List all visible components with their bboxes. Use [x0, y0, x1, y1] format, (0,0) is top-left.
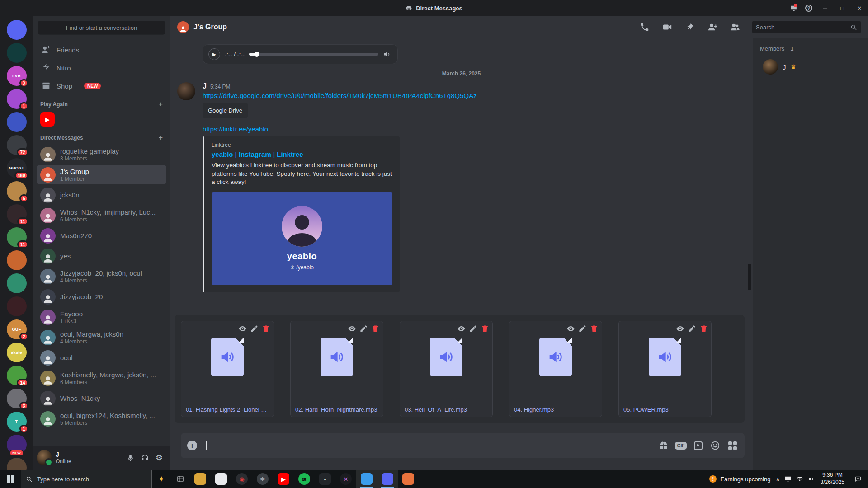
dm-item[interactable]: Jizzyjacob_20, jcks0n, ocul 4 Members	[37, 267, 166, 286]
dm-item[interactable]: yes	[37, 246, 166, 266]
start-button[interactable]	[0, 470, 21, 488]
chat-scrollbar-thumb[interactable]	[748, 264, 751, 290]
voice-call-button[interactable]	[639, 22, 650, 33]
dm-item[interactable]: Mas0n270	[37, 226, 166, 245]
find-conversation-button[interactable]: Find or start a conversation	[38, 21, 165, 34]
sidebar-item-friends[interactable]: Friends	[37, 41, 166, 59]
pinned-messages-button[interactable]	[684, 22, 695, 33]
embed-image[interactable]: yeablo ✳ /yeablo	[212, 192, 392, 285]
member-list-toggle[interactable]	[730, 22, 741, 33]
spoiler-eye-icon[interactable]	[457, 324, 466, 333]
minimize-button[interactable]: ─	[816, 0, 834, 16]
taskbar-app[interactable]	[398, 470, 419, 488]
server-icon[interactable]	[7, 273, 27, 293]
server-icon[interactable]: 72	[7, 135, 27, 155]
server-icon[interactable]: 11	[7, 227, 27, 247]
server-icon[interactable]	[7, 250, 27, 270]
message-author-avatar[interactable]	[177, 82, 195, 100]
server-icon[interactable]: T 1	[7, 412, 27, 432]
create-dm-plus-icon[interactable]: +	[159, 134, 163, 142]
dm-item[interactable]: J's Group 1 Member	[37, 165, 166, 184]
server-icon[interactable]: 11	[7, 204, 27, 224]
dm-item[interactable]: ocul, bigrex124, Koshismelly, ... 5 Memb…	[37, 409, 166, 428]
gif-picker-button[interactable]: GIF	[675, 440, 687, 451]
taskbar-app[interactable]	[190, 470, 211, 488]
update-inbox-icon[interactable]	[786, 0, 801, 16]
taskbar-app[interactable]: ✕	[335, 470, 356, 488]
sidebar-item-nitro[interactable]: Nitro	[37, 59, 166, 77]
spoiler-eye-icon[interactable]	[676, 324, 684, 333]
edit-pencil-icon[interactable]	[469, 324, 477, 333]
volume-icon[interactable]	[383, 50, 392, 59]
dm-item[interactable]: ocul	[37, 348, 166, 367]
taskbar-clock[interactable]: 9:36 PM 3/26/2025	[821, 472, 844, 486]
file-name-link[interactable]: 01. Flashing Lights 2 -Lionel Sco...	[186, 406, 270, 413]
help-icon[interactable]: ?	[801, 0, 816, 16]
server-icon[interactable]	[7, 112, 27, 132]
dm-item[interactable]: Whos_N1cky	[37, 389, 166, 408]
earnings-notification[interactable]: ! Earnings upcoming	[709, 475, 770, 483]
file-name-link[interactable]: 04. Higher.mp3	[514, 406, 598, 413]
video-call-button[interactable]	[662, 22, 673, 33]
server-icon[interactable]	[7, 296, 27, 316]
server-icon[interactable]: 14	[7, 366, 27, 385]
server-icon[interactable]: 1	[7, 89, 27, 109]
delete-trash-icon[interactable]	[371, 324, 380, 333]
task-view-button[interactable]	[171, 470, 190, 488]
linktree-link[interactable]: https://linktr.ee/yeablo	[203, 125, 268, 133]
dm-item[interactable]: Whos_N1cky, jimjimparty, Luc... 6 Member…	[37, 206, 166, 225]
member-item[interactable]: J ♛	[760, 57, 864, 76]
server-icon[interactable]: GHOST 480	[7, 158, 27, 178]
server-icon[interactable]: NEW	[7, 435, 27, 455]
play-button[interactable]: ▶	[208, 48, 220, 60]
edit-pencil-icon[interactable]	[250, 324, 259, 333]
seek-bar[interactable]	[249, 53, 378, 56]
close-button[interactable]: ✕	[851, 0, 868, 16]
spoiler-eye-icon[interactable]	[566, 324, 575, 333]
delete-trash-icon[interactable]	[699, 324, 708, 333]
attach-plus-icon[interactable]: +	[187, 441, 197, 450]
dm-item[interactable]: ocul, Margwa, jcks0n 4 Members	[37, 328, 166, 347]
taskbar-app[interactable]: ≋	[294, 470, 315, 488]
dm-item[interactable]: Koshismelly, Margwa, jcks0n, ... 6 Membe…	[37, 368, 166, 388]
server-icon[interactable]: 5	[7, 181, 27, 201]
message-input[interactable]: + GIF	[181, 433, 745, 458]
google-drive-embed[interactable]: Google Drive	[203, 103, 248, 118]
deafen-button[interactable]	[137, 450, 152, 465]
edit-pencil-icon[interactable]	[359, 324, 368, 333]
server-icon[interactable]: 3	[7, 389, 27, 408]
cortana-button[interactable]: ✦	[152, 470, 171, 488]
sidebar-scroll[interactable]: Friends Nitro Shop NEW Play Again + ▶	[33, 38, 170, 470]
taskbar-search[interactable]: Type here to search	[21, 470, 152, 488]
file-name-link[interactable]: 05. POWER.mp3	[623, 406, 708, 413]
search-input[interactable]: Search	[752, 21, 861, 33]
taskbar-app[interactable]: ▶	[273, 470, 294, 488]
taskbar-app[interactable]	[211, 470, 231, 488]
dm-item[interactable]: roguelike gameplay 3 Members	[37, 145, 166, 164]
dm-item[interactable]: Jizzyjacob_20	[37, 287, 166, 306]
taskbar-app[interactable]: ✱	[252, 470, 273, 488]
embed-title-link[interactable]: yeablo | Instagram | Linktree	[212, 150, 392, 158]
mic-button[interactable]	[123, 450, 137, 465]
pc-tray-icon[interactable]	[784, 475, 792, 483]
server-icon[interactable]	[7, 458, 27, 470]
wifi-icon[interactable]	[796, 475, 803, 483]
gift-button[interactable]	[658, 440, 670, 451]
spoiler-eye-icon[interactable]	[348, 324, 356, 333]
emoji-button[interactable]	[709, 440, 721, 451]
user-avatar[interactable]	[37, 450, 52, 465]
server-icon[interactable]: FVR 3	[7, 66, 27, 86]
delete-trash-icon[interactable]	[481, 324, 489, 333]
maximize-button[interactable]: □	[834, 0, 851, 16]
delete-trash-icon[interactable]	[590, 324, 599, 333]
delete-trash-icon[interactable]	[262, 324, 270, 333]
message-scroll[interactable]: ▶ -:-- / -:-- March 26, 2025	[170, 38, 753, 315]
taskbar-app[interactable]	[356, 470, 377, 488]
taskbar-app[interactable]	[377, 470, 398, 488]
taskbar-app[interactable]: •	[315, 470, 335, 488]
sticker-button[interactable]	[692, 440, 704, 451]
taskbar-app[interactable]: ◉	[231, 470, 252, 488]
file-name-link[interactable]: 03. Hell_Of_A_Life.mp3	[405, 406, 489, 413]
hidden-icons-chevron[interactable]: ∧	[776, 476, 780, 482]
volume-icon[interactable]	[808, 475, 815, 483]
